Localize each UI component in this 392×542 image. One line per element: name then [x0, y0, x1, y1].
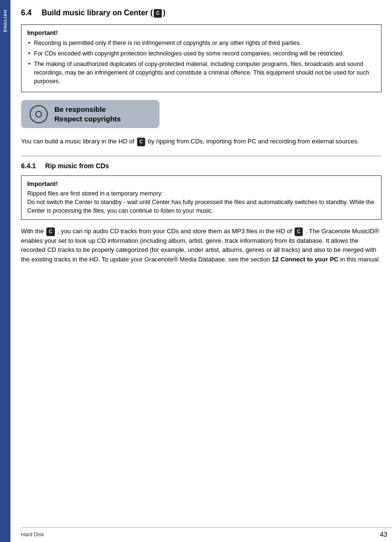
section-divider — [21, 156, 381, 156]
important-box-2: Important! Ripped files are first stored… — [21, 175, 381, 220]
body2-bold-text: 12 Connect to your PC — [272, 256, 338, 263]
important-title-2: Important! — [27, 180, 375, 187]
body-paragraph-2: With the C , you can rip audio CD tracks… — [21, 227, 381, 264]
footer-right: 43 — [380, 531, 392, 538]
section-title-text: Build music library on Center (C) — [42, 9, 166, 18]
sidebar-label: ENGLISH — [3, 10, 8, 32]
device-icon-body2b: C — [295, 228, 303, 236]
device-icon-body1: C — [137, 138, 145, 146]
footer: Hard Disk 43 — [21, 527, 392, 542]
section-heading: 6.4 Build music library on Center (C) — [21, 9, 381, 18]
copyright-banner: Be responsible Respect copyrights — [21, 100, 159, 128]
important-item-1: Recording is permitted only if there is … — [27, 39, 375, 47]
device-icon-heading: C — [154, 9, 162, 18]
important-box-1: Important! Recording is permitted only i… — [21, 24, 381, 93]
copyright-line2: Respect copyrights — [54, 114, 121, 124]
important-item-2: For CDs encoded with copyright protectio… — [27, 49, 375, 58]
section-number: 6.4 — [21, 9, 32, 17]
important-box-2-line2: Do not switch the Center to standby - wa… — [27, 198, 375, 215]
main-content: 6.4 Build music library on Center (C) Im… — [11, 0, 392, 542]
device-icon-body2a: C — [46, 228, 54, 236]
sidebar-tab: ENGLISH — [0, 0, 11, 542]
copyright-icon — [30, 105, 48, 123]
body-paragraph-1: You can build a music library in the HD … — [21, 137, 381, 146]
footer-left: Hard Disk — [21, 531, 44, 537]
page-container: ENGLISH 6.4 Build music library on Cente… — [0, 0, 392, 542]
copyright-text: Be responsible Respect copyrights — [54, 105, 121, 123]
important-title-1: Important! — [27, 29, 375, 36]
important-list-1: Recording is permitted only if there is … — [27, 39, 375, 86]
subsection-heading: 6.4.1 Rip music from CDs — [21, 162, 381, 170]
important-item-3: The making of unauthorized duplicates of… — [27, 60, 375, 86]
copyright-circle-inner — [35, 111, 42, 118]
copyright-line1: Be responsible — [54, 105, 121, 114]
important-box-2-line1: Ripped files are first stored in a tempo… — [27, 189, 375, 198]
